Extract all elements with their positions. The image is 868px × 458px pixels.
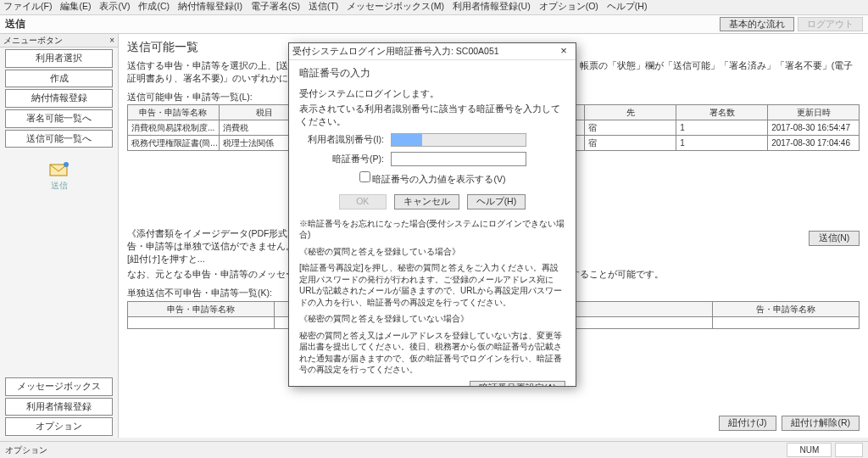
status-num: NUM — [787, 443, 832, 457]
sidebar-item[interactable]: オプション — [5, 417, 113, 436]
menu-item[interactable]: 利用者情報登録(U) — [453, 1, 531, 11]
show-pin-checkbox-label[interactable]: 暗証番号の入力値を表示する(V) — [359, 174, 506, 184]
sidebar-item[interactable]: 利用者情報登録 — [5, 398, 113, 416]
table-cell: 消費税簡易課税制度... — [128, 120, 220, 136]
note-b-title: 《秘密の質問と答えを登録していない場合》 — [299, 313, 565, 325]
menu-item[interactable]: 編集(E) — [60, 1, 91, 11]
dialog-titlebar: 受付システムログイン用暗証番号入力: SC00A051 × — [289, 43, 576, 60]
sidebar-item[interactable]: 送信可能一覧へ — [5, 130, 113, 148]
send-icon-label: 送信 — [51, 180, 68, 191]
dialog-close-icon[interactable]: × — [555, 44, 572, 59]
note-b: 秘密の質問と答え又はメールアドレスを登録していない方は、変更等届出書を提出してく… — [299, 330, 565, 376]
svg-point-1 — [64, 162, 69, 167]
dialog-desc1: 受付システムにログインします。 — [299, 87, 565, 100]
menu-item[interactable]: 電子署名(S) — [251, 1, 300, 11]
table-cell: 宿 — [585, 136, 676, 151]
sidebar-item[interactable]: メッセージボックス — [5, 377, 113, 396]
sidebar-item[interactable]: 利用者選択 — [5, 49, 113, 68]
table-cell: 1 — [676, 120, 768, 136]
show-pin-text: 暗証番号の入力値を表示する(V) — [372, 174, 505, 184]
close-icon[interactable]: × — [109, 35, 114, 46]
sidebar: メニューボタン × 利用者選択作成納付情報登録署名可能一覧へ送信可能一覧へ 送信… — [0, 34, 119, 438]
sidebar-tab-label: メニューボタン — [3, 35, 63, 46]
pin-dialog: 受付システムログイン用暗証番号入力: SC00A051 × 暗証番号の入力 受付… — [288, 42, 576, 387]
table-cell: 1 — [676, 136, 768, 151]
status-bar: オプション NUM — [0, 441, 868, 458]
table-cell: 宿 — [585, 120, 676, 136]
table-header: 先 — [585, 105, 676, 120]
show-pin-checkbox[interactable] — [359, 171, 370, 182]
menu-item[interactable]: ファイル(F) — [3, 1, 52, 11]
table-cell: 2017-08-30 17:04:46 — [768, 136, 860, 151]
user-id-value — [391, 133, 526, 147]
table-header: 告・申請等名称 — [713, 301, 860, 316]
status-left: オプション — [5, 444, 47, 455]
sidebar-tab-header: メニューボタン × — [0, 34, 118, 47]
menu-item[interactable]: 作成(C) — [138, 1, 170, 11]
table-cell: 2017-08-30 16:54:47 — [768, 120, 860, 136]
note-a-title: 《秘密の質問と答えを登録している場合》 — [299, 246, 565, 258]
dialog-title: 受付システムログイン用暗証番号入力: SC00A051 — [292, 46, 499, 58]
table-cell: 税務代理権限証書(簡... — [128, 136, 220, 151]
dialog-desc2: 表示されている利用者識別番号に該当する暗証番号を入力してください。 — [299, 103, 565, 127]
pin-input[interactable] — [391, 152, 526, 167]
note-a: [暗証番号再設定]を押し、秘密の質問と答えをご入力ください。再設定用パスワードの… — [299, 262, 565, 308]
table-header: 署名数 — [676, 105, 768, 120]
dialog-heading: 暗証番号の入力 — [299, 67, 565, 81]
menu-item[interactable]: オプション(O) — [539, 1, 598, 11]
table-cell — [713, 316, 860, 328]
sidebar-item[interactable]: 署名可能一覧へ — [5, 109, 113, 128]
pin-reset-button[interactable]: 暗証番号再設定(A) — [470, 381, 565, 386]
menu-bar: ファイル(F)編集(E)表示(V)作成(C)納付情報登録(I)電子署名(S)送信… — [0, 0, 868, 15]
sidebar-item[interactable]: 作成 — [5, 70, 113, 88]
sidebar-item[interactable]: 納付情報登録 — [5, 89, 113, 108]
pin-label: 暗証番号(P): — [299, 154, 384, 165]
menu-item[interactable]: 納付情報登録(I) — [178, 1, 242, 11]
status-empty — [835, 443, 863, 457]
page-title: 送信 — [5, 18, 25, 31]
help-button[interactable]: ヘルプ(H) — [467, 194, 526, 209]
send-button[interactable]: 送信(N) — [809, 231, 860, 246]
table-cell — [128, 316, 275, 328]
table-header: 申告・申請等名称 — [128, 105, 220, 120]
send-icon — [49, 161, 70, 178]
logout-button: ログアウト — [798, 17, 863, 32]
menu-item[interactable]: 送信(T) — [309, 1, 338, 11]
link-button[interactable]: 紐付け(J) — [719, 416, 776, 431]
menu-item[interactable]: ヘルプ(H) — [607, 1, 648, 11]
user-id-label: 利用者識別番号(I): — [299, 134, 384, 146]
note-forgot: ※暗証番号をお忘れになった場合(受付システムにログインできない場合) — [299, 218, 565, 241]
table-header — [566, 301, 713, 316]
ok-button: OK — [339, 194, 387, 209]
title-row: 送信 基本的な流れ ログアウト — [0, 15, 868, 34]
table-header: 申告・申請等名称 — [128, 301, 275, 316]
basic-flow-button[interactable]: 基本的な流れ — [720, 17, 794, 32]
table-header: 更新日時 — [768, 105, 860, 120]
menu-item[interactable]: 表示(V) — [99, 1, 130, 11]
table-cell — [566, 316, 713, 328]
cancel-button[interactable]: キャンセル — [394, 194, 459, 209]
unlink-button[interactable]: 紐付け解除(R) — [782, 416, 860, 431]
menu-item[interactable]: メッセージボックス(M) — [347, 1, 444, 11]
